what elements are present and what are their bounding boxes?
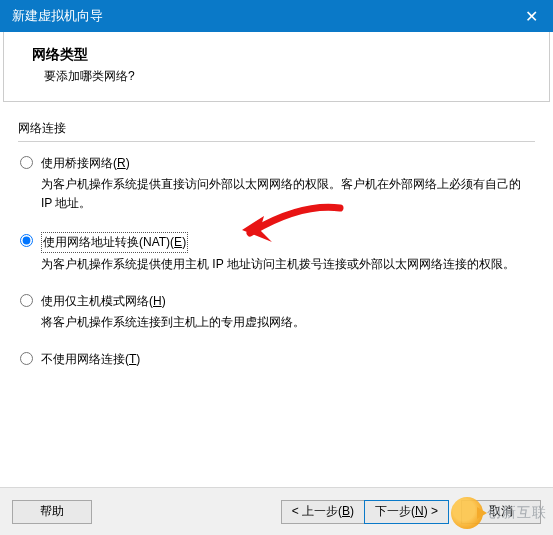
option-hostonly[interactable]: 使用仅主机模式网络(H) 将客户机操作系统连接到主机上的专用虚拟网络。: [20, 292, 533, 332]
wizard-footer: 帮助 < 上一步(B) 下一步(N) > 取消: [0, 487, 553, 535]
option-none-label: 不使用网络连接(T): [41, 352, 140, 366]
radio-nat[interactable]: [20, 234, 33, 247]
option-nat[interactable]: 使用网络地址转换(NAT)(E) 为客户机操作系统提供使用主机 IP 地址访问主…: [20, 232, 533, 274]
close-button[interactable]: ✕: [509, 0, 553, 32]
option-hostonly-label: 使用仅主机模式网络(H): [41, 294, 166, 308]
cancel-button[interactable]: 取消: [461, 500, 541, 524]
page-title: 网络类型: [32, 46, 529, 64]
window-title: 新建虚拟机向导: [12, 7, 103, 25]
option-bridged[interactable]: 使用桥接网络(R) 为客户机操作系统提供直接访问外部以太网网络的权限。客户机在外…: [20, 154, 533, 214]
radio-none[interactable]: [20, 352, 33, 365]
option-bridged-desc: 为客户机操作系统提供直接访问外部以太网网络的权限。客户机在外部网络上必须有自己的…: [41, 175, 533, 213]
option-hostonly-desc: 将客户机操作系统连接到主机上的专用虚拟网络。: [41, 313, 533, 332]
network-options: 使用桥接网络(R) 为客户机操作系统提供直接访问外部以太网网络的权限。客户机在外…: [18, 154, 535, 370]
group-label: 网络连接: [18, 120, 535, 137]
option-nat-label: 使用网络地址转换(NAT)(E): [43, 235, 186, 249]
titlebar: 新建虚拟机向导 ✕: [0, 0, 553, 32]
radio-bridged[interactable]: [20, 156, 33, 169]
wizard-body: 网络连接 使用桥接网络(R) 为客户机操作系统提供直接访问外部以太网网络的权限。…: [18, 120, 535, 370]
close-icon: ✕: [525, 7, 538, 26]
page-subtitle: 要添加哪类网络?: [32, 68, 529, 85]
help-button[interactable]: 帮助: [12, 500, 92, 524]
option-bridged-label: 使用桥接网络(R): [41, 156, 130, 170]
radio-hostonly[interactable]: [20, 294, 33, 307]
option-none[interactable]: 不使用网络连接(T): [20, 350, 533, 369]
back-button[interactable]: < 上一步(B): [281, 500, 364, 524]
wizard-header: 网络类型 要添加哪类网络?: [3, 32, 550, 102]
divider: [18, 141, 535, 142]
next-button[interactable]: 下一步(N) >: [364, 500, 449, 524]
option-nat-desc: 为客户机操作系统提供使用主机 IP 地址访问主机拨号连接或外部以太网网络连接的权…: [41, 255, 533, 274]
